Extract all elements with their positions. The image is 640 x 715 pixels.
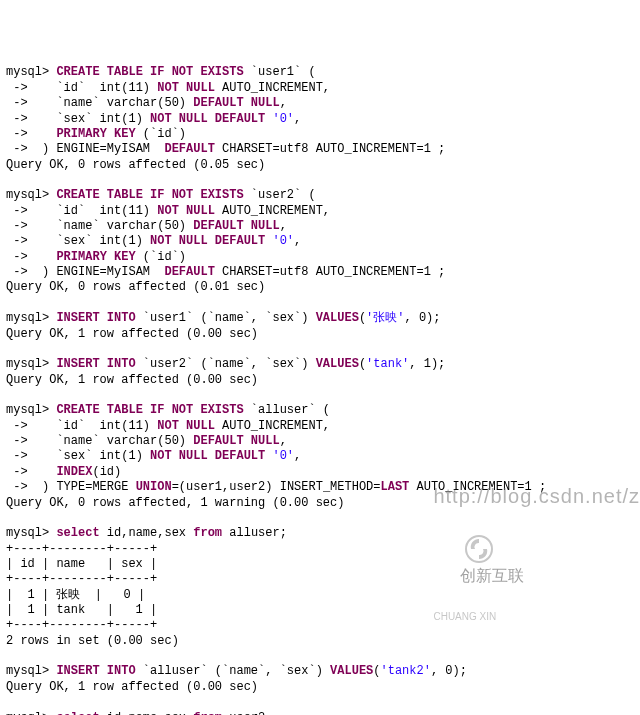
terminal-line: -> `id` int(11) NOT NULL AUTO_INCREMENT, [6, 419, 640, 434]
text-segment [35, 250, 57, 264]
text-segment: | 1 | 张映 | 0 | [6, 588, 145, 602]
sql-string: '0' [272, 112, 294, 126]
terminal-line: mysql> select id,name,sex from user2 [6, 711, 640, 715]
text-segment: `id` int(11) [35, 204, 157, 218]
sql-string: '张映' [366, 311, 404, 325]
text-segment: ( [359, 311, 366, 325]
text-segment: , 1); [409, 357, 445, 371]
text-segment: | 1 | tank | 1 | [6, 603, 157, 617]
watermark-url: http://blog.csdn.net/z [433, 485, 640, 507]
text-segment: 2 rows in set (0.00 sec) [6, 634, 179, 648]
text-segment: +----+--------+-----+ [6, 618, 157, 632]
terminal-line: Query OK, 0 rows affected (0.05 sec) [6, 158, 640, 173]
text-segment: `id` int(11) [35, 419, 157, 433]
terminal-line: -> `id` int(11) NOT NULL AUTO_INCREMENT, [6, 204, 640, 219]
terminal-line [6, 296, 640, 311]
text-segment: mysql> [6, 65, 56, 79]
terminal-line: mysql> INSERT INTO `user1` (`name`, `sex… [6, 311, 640, 326]
terminal-line [6, 388, 640, 403]
terminal-line: mysql> CREATE TABLE IF NOT EXISTS `allus… [6, 403, 640, 418]
text-segment [6, 342, 13, 356]
text-segment: AUTO_INCREMENT, [215, 204, 330, 218]
text-segment: CHARSET=utf8 AUTO_INCREMENT=1 ; [215, 142, 445, 156]
text-segment: (id) [92, 465, 121, 479]
text-segment: ) ENGINE=MyISAM [35, 265, 165, 279]
terminal-line: mysql> CREATE TABLE IF NOT EXISTS `user2… [6, 188, 640, 203]
sql-keyword: UNION [136, 480, 172, 494]
text-segment [6, 511, 13, 525]
brand-cn: 创新互联 [460, 567, 524, 584]
sql-keyword: select [56, 711, 99, 715]
sql-keyword: VALUES [330, 664, 373, 678]
text-segment: `name` varchar(50) [35, 434, 193, 448]
text-segment: `user2` ( [244, 188, 316, 202]
text-segment: -> [6, 449, 35, 463]
text-segment: ) ENGINE=MyISAM [35, 142, 165, 156]
text-segment: `user1` ( [244, 65, 316, 79]
text-segment: -> [6, 96, 35, 110]
text-segment: (`id`) [136, 250, 186, 264]
terminal-line: mysql> CREATE TABLE IF NOT EXISTS `user1… [6, 65, 640, 80]
text-segment: `user1` (`name`, `sex`) [136, 311, 316, 325]
terminal-line: Query OK, 1 row affected (0.00 sec) [6, 327, 640, 342]
text-segment: ) TYPE=MERGE [35, 480, 136, 494]
terminal-line: -> ) ENGINE=MyISAM DEFAULT CHARSET=utf8 … [6, 265, 640, 280]
sql-string: '0' [272, 449, 294, 463]
text-segment: Query OK, 1 row affected (0.00 sec) [6, 373, 258, 387]
text-segment: `name` varchar(50) [35, 96, 193, 110]
sql-keyword: from [193, 526, 222, 540]
text-segment: `sex` int(1) [35, 449, 150, 463]
terminal-line: -> ) ENGINE=MyISAM DEFAULT CHARSET=utf8 … [6, 142, 640, 157]
sql-keyword: DEFAULT [164, 265, 214, 279]
text-segment: Query OK, 1 row affected (0.00 sec) [6, 327, 258, 341]
sql-keyword: NOT NULL DEFAULT [150, 449, 265, 463]
text-segment: AUTO_INCREMENT, [215, 419, 330, 433]
text-segment: -> [6, 480, 35, 494]
text-segment: -> [6, 81, 35, 95]
text-segment [6, 388, 13, 402]
text-segment: mysql> [6, 188, 56, 202]
text-segment: `alluser` ( [244, 403, 330, 417]
terminal-line [6, 695, 640, 710]
text-segment: , [280, 434, 287, 448]
sql-keyword: NOT NULL [157, 81, 215, 95]
sql-keyword: DEFAULT NULL [193, 219, 279, 233]
terminal-line [6, 173, 640, 188]
text-segment: -> [6, 265, 35, 279]
sql-keyword: NOT NULL [157, 204, 215, 218]
sql-keyword: NOT NULL DEFAULT [150, 112, 265, 126]
terminal-line: -> `id` int(11) NOT NULL AUTO_INCREMENT, [6, 81, 640, 96]
sql-keyword: INSERT INTO [56, 311, 135, 325]
terminal-line: Query OK, 1 row affected (0.00 sec) [6, 373, 640, 388]
text-segment: -> [6, 204, 35, 218]
text-segment: user2 [222, 711, 265, 715]
sql-keyword: VALUES [316, 357, 359, 371]
watermark: http://blog.csdn.net/z 创新互联 CHUANG XIN [420, 458, 640, 675]
text-segment: mysql> [6, 526, 56, 540]
text-segment: , [280, 96, 287, 110]
sql-keyword: CREATE TABLE IF NOT EXISTS [56, 65, 243, 79]
text-segment: Query OK, 0 rows affected, 1 warning (0.… [6, 496, 344, 510]
text-segment [6, 695, 13, 709]
logo-icon [438, 509, 466, 537]
text-segment [6, 649, 13, 663]
sql-keyword: NOT NULL DEFAULT [150, 234, 265, 248]
text-segment: +----+--------+-----+ [6, 542, 157, 556]
terminal-line: -> `sex` int(1) NOT NULL DEFAULT '0', [6, 112, 640, 127]
sql-keyword: LAST [381, 480, 410, 494]
text-segment: -> [6, 250, 35, 264]
terminal-line: Query OK, 1 row affected (0.00 sec) [6, 680, 640, 695]
text-segment: mysql> [6, 664, 56, 678]
text-segment: =(user1,user2) INSERT_METHOD= [172, 480, 381, 494]
text-segment: CHARSET=utf8 AUTO_INCREMENT=1 ; [215, 265, 445, 279]
terminal-line: -> `name` varchar(50) DEFAULT NULL, [6, 96, 640, 111]
text-segment: `id` int(11) [35, 81, 157, 95]
text-segment: alluser; [222, 526, 287, 540]
text-segment [35, 465, 57, 479]
text-segment: +----+--------+-----+ [6, 572, 157, 586]
text-segment: id,name,sex [100, 526, 194, 540]
text-segment: Query OK, 0 rows affected (0.01 sec) [6, 280, 265, 294]
terminal-line: -> PRIMARY KEY (`id`) [6, 127, 640, 142]
sql-keyword: CREATE TABLE IF NOT EXISTS [56, 188, 243, 202]
sql-keyword: VALUES [316, 311, 359, 325]
